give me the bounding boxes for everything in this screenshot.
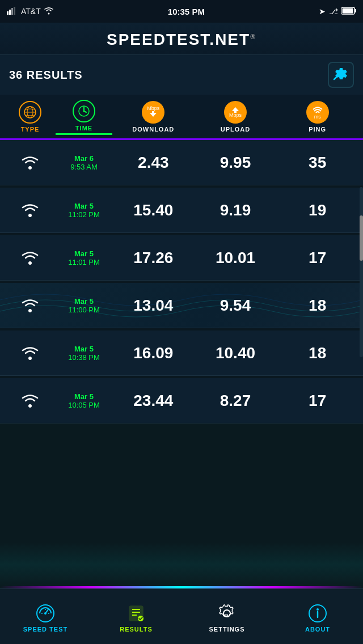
time-cell: Mar 5 10:05 PM [56, 392, 112, 409]
bluetooth-icon: ⎇ [329, 7, 338, 16]
nav-about[interactable]: ABOUT [272, 603, 363, 633]
nav-speed-test[interactable]: SPEED TEST [0, 603, 91, 633]
row-time: 10:05 PM [56, 401, 112, 409]
time-cell: Mar 5 11:01 PM [56, 249, 112, 266]
download-value: 15.40 [112, 201, 195, 219]
upload-value: 10.01 [195, 249, 277, 267]
app-title: SPEEDTEST.NET® [0, 31, 363, 49]
speed-test-icon [35, 603, 56, 624]
nav-about-label: ABOUT [305, 626, 330, 633]
wave-decoration [0, 542, 363, 587]
row-date: Mar 5 [56, 392, 112, 401]
wifi-icon [5, 298, 56, 313]
upload-value: 10.40 [195, 344, 277, 362]
svg-rect-0 [7, 11, 9, 15]
wifi-icon [5, 393, 56, 409]
upload-icon: Mbps [224, 101, 247, 124]
wifi-icon [5, 202, 56, 218]
download-value: 13.04 [112, 296, 195, 315]
type-label: TYPE [21, 126, 40, 133]
location-icon: ➤ [319, 7, 326, 16]
time-cell: Mar 5 10:38 PM [56, 345, 112, 362]
row-date: Mar 5 [56, 202, 112, 210]
time-label: TIME [75, 125, 92, 132]
svg-rect-5 [354, 9, 356, 12]
col-ping[interactable]: ms PING [276, 101, 358, 133]
ping-icon: ms [306, 101, 329, 124]
row-time: 11:02 PM [56, 210, 112, 219]
wifi-icon [5, 155, 56, 171]
wifi-status-icon [44, 7, 54, 16]
time-icon [73, 100, 95, 122]
ping-label: PING [309, 126, 326, 133]
col-upload[interactable]: Mbps UPLOAD [195, 101, 277, 133]
svg-rect-3 [14, 7, 15, 15]
status-right: ➤ ⎇ [319, 7, 356, 16]
row-date: Mar 5 [56, 297, 112, 306]
table-row[interactable]: Mar 5 11:00 PM 13.04 9.54 18 [0, 283, 363, 328]
svg-point-15 [83, 111, 85, 112]
time-cell: Mar 5 11:00 PM [56, 297, 112, 314]
nav-results[interactable]: RESULTS [91, 603, 182, 633]
upload-value: 9.54 [195, 296, 277, 315]
upload-value: 8.27 [195, 392, 277, 410]
column-headers: TYPE TIME Mbps DOWNLOAD [0, 95, 363, 140]
upload-unit: Mbps [229, 113, 242, 118]
col-time[interactable]: TIME [56, 100, 112, 135]
status-time: 10:35 PM [168, 7, 205, 16]
type-icon [19, 101, 41, 124]
table-row[interactable]: Mar 5 10:05 PM 23.44 8.27 17 [0, 378, 363, 423]
row-date: Mar 5 [56, 249, 112, 258]
nav-settings-label: SETTINGS [209, 626, 244, 633]
battery-icon [341, 7, 356, 16]
wifi-icon [5, 250, 56, 266]
wifi-icon [5, 345, 56, 361]
table-row[interactable]: Mar 5 10:38 PM 16.09 10.40 18 [0, 331, 363, 376]
results-count: 36 RESULTS [9, 69, 83, 82]
download-value: 16.09 [112, 344, 195, 362]
ping-value: 19 [276, 201, 358, 219]
nav-settings[interactable]: SETTINGS [182, 603, 272, 633]
download-label: DOWNLOAD [132, 126, 174, 133]
app-header: SPEEDTEST.NET® [0, 23, 363, 55]
svg-rect-6 [342, 8, 353, 13]
download-value: 17.26 [112, 249, 195, 267]
settings-nav-icon [217, 603, 237, 624]
ping-value: 35 [276, 154, 358, 172]
status-left: AT&T [7, 7, 54, 16]
download-unit: Mbps [147, 106, 159, 111]
table-row[interactable]: Mar 5 11:01 PM 17.26 10.01 17 [0, 235, 363, 281]
results-table: Mar 6 9:53 AM 2.43 9.95 35 Mar 5 11:02 P… [0, 140, 363, 423]
settings-button[interactable] [328, 62, 354, 88]
row-time: 9:53 AM [56, 163, 112, 171]
ping-value: 18 [276, 344, 358, 362]
nav-results-label: RESULTS [120, 626, 153, 633]
table-row[interactable]: Mar 6 9:53 AM 2.43 9.95 35 [0, 140, 363, 185]
time-cell: Mar 6 9:53 AM [56, 154, 112, 171]
upload-label: UPLOAD [221, 126, 250, 133]
row-time: 10:38 PM [56, 353, 112, 362]
nav-speed-test-label: SPEED TEST [23, 626, 67, 633]
svg-point-18 [44, 612, 47, 615]
col-download[interactable]: Mbps DOWNLOAD [112, 101, 195, 133]
ping-value: 17 [276, 392, 358, 410]
status-bar: AT&T 10:35 PM ➤ ⎇ [0, 0, 363, 23]
row-date: Mar 6 [56, 154, 112, 163]
svg-point-29 [316, 608, 319, 611]
row-time: 11:01 PM [56, 258, 112, 266]
upload-value: 9.95 [195, 154, 277, 172]
download-value: 23.44 [112, 392, 195, 410]
row-time: 11:00 PM [56, 306, 112, 314]
scrollbar-thumb[interactable] [360, 215, 363, 261]
col-type[interactable]: TYPE [5, 101, 56, 133]
time-cell: Mar 5 11:02 PM [56, 202, 112, 219]
svg-rect-2 [11, 8, 13, 15]
download-value: 2.43 [112, 154, 195, 172]
ping-value: 18 [276, 296, 358, 315]
upload-value: 9.19 [195, 201, 277, 219]
table-row[interactable]: Mar 5 11:02 PM 15.40 9.19 19 [0, 188, 363, 233]
bottom-nav: SPEED TEST RESULTS SETTINGS [0, 588, 363, 644]
svg-rect-1 [9, 10, 11, 15]
carrier-label: AT&T [21, 7, 41, 16]
scrollbar[interactable] [360, 187, 363, 357]
